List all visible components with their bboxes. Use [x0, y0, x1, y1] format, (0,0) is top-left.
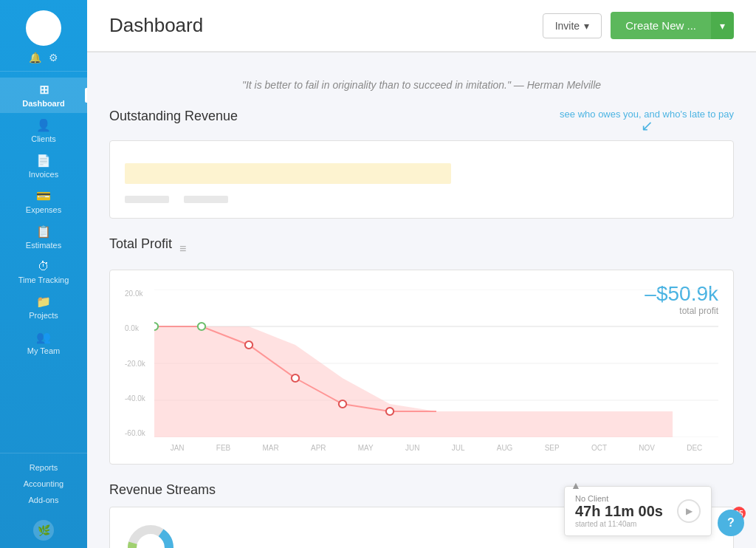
x-apr: APR [311, 444, 326, 452]
create-new-dropdown-button[interactable]: ▾ [711, 12, 734, 39]
x-nov: NOV [639, 444, 655, 452]
content-area: "It is better to fail in originality tha… [87, 67, 756, 548]
total-profit-title-row: Total Profit ≡ [109, 236, 734, 261]
projects-icon: 📁 [36, 295, 51, 309]
clients-icon: 👤 [36, 118, 51, 132]
sidebar-item-dashboard[interactable]: ⊞ Dashboard [0, 78, 87, 113]
header-divider [87, 52, 756, 52]
chart-plot [154, 290, 718, 437]
help-button[interactable]: ? [718, 510, 744, 536]
invite-chevron-icon: ▾ [584, 20, 589, 32]
y-label-0: 20.0k [125, 290, 151, 298]
sidebar-top: 🔔 ⚙ [0, 0, 87, 72]
sidebar-item-time-tracking[interactable]: ⏱ Time Tracking [0, 255, 87, 290]
y-label-2: -20.0k [125, 360, 151, 368]
sidebar-item-label: Clients [31, 134, 56, 143]
x-mar: MAR [262, 444, 278, 452]
sidebar-item-label: Estimates [26, 241, 61, 250]
sidebar-item-label: Invoices [29, 170, 58, 179]
addons-label: Add-ons [29, 496, 59, 504]
timer-time: 47h 11m 00s [575, 503, 670, 520]
bell-icon[interactable]: 🔔 [29, 52, 41, 64]
time-tracking-icon: ⏱ [38, 260, 49, 273]
sidebar-item-invoices[interactable]: 📄 Invoices [0, 148, 87, 184]
sidebar-item-reports[interactable]: Reports [0, 459, 87, 476]
svg-point-7 [198, 323, 205, 330]
sidebar-item-label: Dashboard [22, 99, 64, 108]
svg-point-8 [245, 341, 252, 349]
timer-play-button[interactable]: ▶ [677, 499, 701, 523]
estimates-icon: 📋 [36, 225, 51, 239]
page-title: Dashboard [109, 14, 203, 37]
x-feb: FEB [216, 444, 230, 452]
filter-icon[interactable]: ≡ [179, 242, 186, 256]
header: Dashboard Invite ▾ Create New ... ▾ [87, 0, 756, 52]
sidebar-item-projects[interactable]: 📁 Projects [0, 290, 87, 325]
sidebar-item-estimates[interactable]: 📋 Estimates [0, 219, 87, 255]
timer-info: No Client 47h 11m 00s started at 11:40am [575, 494, 670, 528]
total-profit-section: Total Profit ≡ –$50.9k total profit 20.0… [109, 236, 734, 465]
sidebar-nav: ⊞ Dashboard 👤 Clients 📄 Invoices 💳 Expen… [0, 72, 87, 453]
sidebar-footer: 🌿 [33, 513, 54, 548]
svg-marker-5 [154, 326, 673, 437]
profit-chart-svg [154, 290, 718, 437]
y-label-3: -40.0k [125, 394, 151, 403]
expenses-icon: 💳 [36, 189, 51, 203]
leaf-icon: 🌿 [33, 520, 54, 541]
sidebar: 🔔 ⚙ ⊞ Dashboard 👤 Clients 📄 Invoices 💳 E… [0, 0, 87, 548]
quote-text: "It is better to fail in originality tha… [109, 67, 734, 109]
gear-icon[interactable]: ⚙ [49, 52, 58, 64]
timer-up-arrow-icon[interactable]: ▲ [571, 479, 581, 491]
outstanding-bar [125, 163, 451, 184]
sidebar-item-accounting[interactable]: Accounting [0, 476, 87, 492]
sidebar-item-clients[interactable]: 👤 Clients [0, 113, 87, 148]
svg-point-11 [386, 408, 394, 415]
sidebar-item-my-team[interactable]: 👥 My Team [0, 325, 87, 360]
x-aug: AUG [497, 444, 513, 452]
sidebar-item-label: Expenses [26, 205, 61, 214]
sidebar-item-label: Time Tracking [18, 275, 69, 284]
timer-client: No Client [575, 494, 670, 503]
accounting-label: Accounting [24, 479, 63, 488]
x-jan: JAN [171, 444, 185, 452]
annotation-arrow-icon: ↙ [641, 117, 653, 134]
outstanding-label-2 [184, 196, 228, 203]
outstanding-revenue-title: Outstanding Revenue [109, 109, 238, 124]
chart-area: 20.0k 0.0k -20.0k -40.0k -60.0k [125, 290, 718, 452]
sidebar-item-addons[interactable]: Add-ons [0, 492, 87, 508]
header-actions: Invite ▾ Create New ... ▾ [543, 12, 734, 39]
y-label-4: -60.0k [125, 429, 151, 437]
outstanding-label-1 [125, 196, 169, 203]
avatar [26, 10, 61, 46]
svg-point-6 [154, 323, 158, 330]
create-new-button[interactable]: Create New ... [611, 12, 711, 39]
chart-x-labels: JAN FEB MAR APR MAY JUN JUL AUG SEP OCT … [154, 444, 718, 452]
y-label-1: 0.0k [125, 324, 151, 332]
sidebar-item-expenses[interactable]: 💳 Expenses [0, 184, 87, 219]
dashboard-icon: ⊞ [39, 83, 49, 97]
svg-point-9 [292, 374, 299, 382]
x-may: MAY [358, 444, 374, 452]
total-profit-title: Total Profit [109, 236, 172, 252]
my-team-icon: 👥 [36, 330, 51, 344]
donut-chart [125, 522, 176, 548]
outstanding-labels [125, 196, 718, 203]
x-oct: OCT [591, 444, 607, 452]
label-text-1 [125, 196, 169, 203]
create-new-group: Create New ... ▾ [611, 12, 734, 39]
x-jun: JUN [405, 444, 419, 452]
x-dec: DEC [687, 444, 702, 452]
label-text-2 [184, 196, 228, 203]
outstanding-revenue-card [109, 140, 734, 219]
x-jul: JUL [452, 444, 465, 452]
timer-widget: ▲ No Client 47h 11m 00s started at 11:40… [564, 486, 712, 536]
invoices-icon: 📄 [36, 154, 51, 168]
main-content: Dashboard Invite ▾ Create New ... ▾ "It … [87, 0, 756, 548]
x-sep: SEP [545, 444, 560, 452]
timer-started: started at 11:40am [575, 520, 670, 528]
outstanding-bar-container [125, 163, 718, 184]
svg-point-10 [339, 400, 346, 408]
sidebar-bottom: Reports Accounting Add-ons [0, 453, 87, 513]
invite-button[interactable]: Invite ▾ [543, 13, 602, 38]
total-profit-card: –$50.9k total profit 20.0k 0.0k -20.0k -… [109, 270, 734, 465]
